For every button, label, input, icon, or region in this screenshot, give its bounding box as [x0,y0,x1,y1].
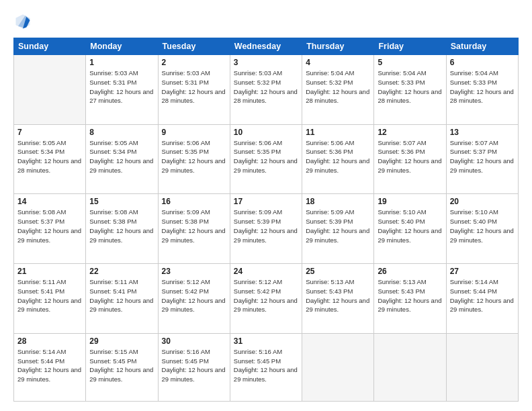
day-number: 2 [162,58,226,67]
cell-info: Sunrise: 5:14 AMSunset: 5:44 PMDaylight:… [450,277,515,314]
day-number: 7 [17,128,82,137]
calendar-cell: 13Sunrise: 5:07 AMSunset: 5:37 PMDayligh… [446,124,518,194]
calendar-cell: 26Sunrise: 5:13 AMSunset: 5:43 PMDayligh… [374,264,446,334]
calendar-cell: 3Sunrise: 5:03 AMSunset: 5:32 PMDaylight… [230,55,302,125]
cell-info: Sunrise: 5:15 AMSunset: 5:45 PMDaylight:… [89,347,154,384]
calendar-cell: 1Sunrise: 5:03 AMSunset: 5:31 PMDaylight… [86,55,158,125]
week-row-1: 1Sunrise: 5:03 AMSunset: 5:31 PMDaylight… [14,55,519,125]
cell-info: Sunrise: 5:04 AMSunset: 5:32 PMDaylight:… [306,68,370,105]
calendar-cell: 18Sunrise: 5:09 AMSunset: 5:39 PMDayligh… [302,194,374,264]
cell-info: Sunrise: 5:10 AMSunset: 5:40 PMDaylight:… [450,208,515,244]
weekday-friday: Friday [374,38,446,55]
cell-info: Sunrise: 5:12 AMSunset: 5:42 PMDaylight:… [234,277,298,314]
day-number: 27 [450,267,515,276]
calendar-cell: 14Sunrise: 5:08 AMSunset: 5:37 PMDayligh… [14,194,86,264]
calendar-cell: 6Sunrise: 5:04 AMSunset: 5:33 PMDaylight… [446,55,518,125]
day-number: 5 [378,58,442,67]
logo-icon [13,12,32,31]
cell-info: Sunrise: 5:09 AMSunset: 5:38 PMDaylight:… [162,208,226,244]
calendar-cell: 11Sunrise: 5:06 AMSunset: 5:36 PMDayligh… [302,124,374,194]
day-number: 19 [378,197,442,206]
day-number: 12 [378,128,442,137]
cell-info: Sunrise: 5:07 AMSunset: 5:37 PMDaylight:… [450,138,515,175]
cell-info: Sunrise: 5:06 AMSunset: 5:36 PMDaylight:… [306,138,370,175]
calendar-cell [446,333,518,401]
cell-info: Sunrise: 5:06 AMSunset: 5:35 PMDaylight:… [234,138,298,175]
day-number: 20 [450,197,515,206]
weekday-monday: Monday [86,38,158,55]
day-number: 24 [234,267,298,276]
calendar-cell: 8Sunrise: 5:05 AMSunset: 5:34 PMDaylight… [86,124,158,194]
day-number: 1 [89,58,154,67]
week-row-4: 21Sunrise: 5:11 AMSunset: 5:41 PMDayligh… [14,264,519,334]
weekday-saturday: Saturday [446,38,518,55]
day-number: 15 [89,197,154,206]
day-number: 31 [234,336,298,346]
day-number: 9 [162,128,226,137]
day-number: 13 [450,128,515,137]
week-row-5: 28Sunrise: 5:14 AMSunset: 5:44 PMDayligh… [14,333,519,401]
weekday-tuesday: Tuesday [158,38,230,55]
calendar-cell: 12Sunrise: 5:07 AMSunset: 5:36 PMDayligh… [374,124,446,194]
calendar-cell: 9Sunrise: 5:06 AMSunset: 5:35 PMDaylight… [158,124,230,194]
calendar-cell: 28Sunrise: 5:14 AMSunset: 5:44 PMDayligh… [14,333,86,401]
day-number: 30 [162,336,226,346]
day-number: 22 [89,267,154,276]
calendar-cell: 31Sunrise: 5:16 AMSunset: 5:45 PMDayligh… [230,333,302,401]
cell-info: Sunrise: 5:12 AMSunset: 5:42 PMDaylight:… [162,277,226,314]
calendar-cell: 22Sunrise: 5:11 AMSunset: 5:41 PMDayligh… [86,264,158,334]
day-number: 4 [306,58,370,67]
calendar-cell: 2Sunrise: 5:03 AMSunset: 5:31 PMDaylight… [158,55,230,125]
cell-info: Sunrise: 5:11 AMSunset: 5:41 PMDaylight:… [89,277,154,314]
calendar-cell: 21Sunrise: 5:11 AMSunset: 5:41 PMDayligh… [14,264,86,334]
calendar-cell: 15Sunrise: 5:08 AMSunset: 5:38 PMDayligh… [86,194,158,264]
day-number: 21 [17,267,82,276]
cell-info: Sunrise: 5:05 AMSunset: 5:34 PMDaylight:… [89,138,154,175]
calendar-cell: 29Sunrise: 5:15 AMSunset: 5:45 PMDayligh… [86,333,158,401]
cell-info: Sunrise: 5:08 AMSunset: 5:38 PMDaylight:… [89,208,154,244]
page: SundayMondayTuesdayWednesdayThursdayFrid… [0,0,532,411]
calendar-cell: 4Sunrise: 5:04 AMSunset: 5:32 PMDaylight… [302,55,374,125]
weekday-wednesday: Wednesday [230,38,302,55]
weekday-sunday: Sunday [14,38,86,55]
cell-info: Sunrise: 5:16 AMSunset: 5:45 PMDaylight:… [162,347,226,384]
cell-info: Sunrise: 5:03 AMSunset: 5:31 PMDaylight:… [89,68,154,105]
cell-info: Sunrise: 5:03 AMSunset: 5:31 PMDaylight:… [162,68,226,105]
day-number: 8 [89,128,154,137]
day-number: 17 [234,197,298,206]
cell-info: Sunrise: 5:13 AMSunset: 5:43 PMDaylight:… [378,277,442,314]
calendar-cell: 24Sunrise: 5:12 AMSunset: 5:42 PMDayligh… [230,264,302,334]
day-number: 25 [306,267,370,276]
cell-info: Sunrise: 5:07 AMSunset: 5:36 PMDaylight:… [378,138,442,175]
calendar-cell [14,55,86,125]
weekday-thursday: Thursday [302,38,374,55]
week-row-3: 14Sunrise: 5:08 AMSunset: 5:37 PMDayligh… [14,194,519,264]
calendar-cell: 7Sunrise: 5:05 AMSunset: 5:34 PMDaylight… [14,124,86,194]
day-number: 14 [17,197,82,206]
cell-info: Sunrise: 5:16 AMSunset: 5:45 PMDaylight:… [234,347,298,384]
cell-info: Sunrise: 5:10 AMSunset: 5:40 PMDaylight:… [378,208,442,244]
cell-info: Sunrise: 5:05 AMSunset: 5:34 PMDaylight:… [17,138,82,175]
calendar-cell: 25Sunrise: 5:13 AMSunset: 5:43 PMDayligh… [302,264,374,334]
calendar-cell: 30Sunrise: 5:16 AMSunset: 5:45 PMDayligh… [158,333,230,401]
weekday-header-row: SundayMondayTuesdayWednesdayThursdayFrid… [14,38,519,55]
cell-info: Sunrise: 5:08 AMSunset: 5:37 PMDaylight:… [17,208,82,244]
cell-info: Sunrise: 5:09 AMSunset: 5:39 PMDaylight:… [234,208,298,244]
day-number: 11 [306,128,370,137]
day-number: 28 [17,336,82,346]
day-number: 3 [234,58,298,67]
cell-info: Sunrise: 5:04 AMSunset: 5:33 PMDaylight:… [450,68,515,105]
calendar-cell: 10Sunrise: 5:06 AMSunset: 5:35 PMDayligh… [230,124,302,194]
cell-info: Sunrise: 5:13 AMSunset: 5:43 PMDaylight:… [306,277,370,314]
day-number: 6 [450,58,515,67]
day-number: 23 [162,267,226,276]
cell-info: Sunrise: 5:06 AMSunset: 5:35 PMDaylight:… [162,138,226,175]
calendar-cell: 17Sunrise: 5:09 AMSunset: 5:39 PMDayligh… [230,194,302,264]
calendar-cell: 19Sunrise: 5:10 AMSunset: 5:40 PMDayligh… [374,194,446,264]
calendar-table: SundayMondayTuesdayWednesdayThursdayFrid… [13,38,519,402]
cell-info: Sunrise: 5:11 AMSunset: 5:41 PMDaylight:… [17,277,82,314]
cell-info: Sunrise: 5:09 AMSunset: 5:39 PMDaylight:… [306,208,370,244]
day-number: 10 [234,128,298,137]
logo [13,12,35,31]
day-number: 26 [378,267,442,276]
